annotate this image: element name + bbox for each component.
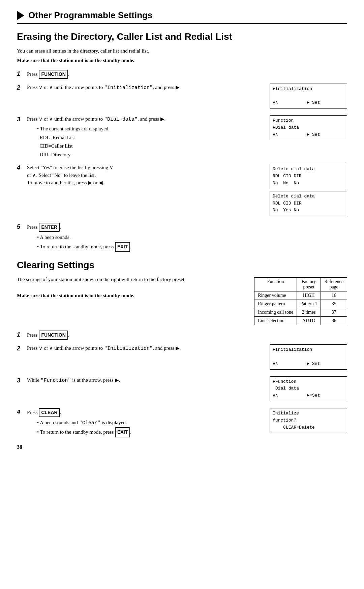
display-box-c2: ►Initialization V∧ ►=Set [270, 344, 347, 369]
clearing-step-3: 3 While "Function" is at the arrow, pres… [17, 376, 347, 403]
clearing-intro: The settings of your station unit shown … [17, 275, 347, 325]
table-cell: Pattern 1 [297, 300, 321, 308]
clearing-step-4-left: 4 Press CLEAR. • A beep sounds and "Clea… [17, 408, 263, 437]
step-2-display: ►Initialization V∧ ►=Set [270, 84, 347, 111]
step-3-content: Press ∨ or ∧ until the arrow points to "… [27, 115, 263, 159]
table-row: Ringer patternPattern 135 [254, 300, 347, 308]
col-function: Function [254, 278, 297, 291]
bullet-5-1: • A beep sounds. [37, 233, 347, 242]
clearing-step-num-4: 4 [17, 408, 25, 416]
clearing-section: Clearing Settings The settings of your s… [17, 259, 347, 438]
settings-table-body: Ringer volumeHIGH16Ringer patternPattern… [254, 291, 347, 325]
table-row: Line selectionAUTO36 [254, 317, 347, 325]
clearing-step-2-content: Press ∨ or ∧ until the arrow points to "… [27, 344, 263, 353]
exit-key-2: EXIT [115, 427, 130, 437]
clearing-title: Clearing Settings [17, 259, 347, 271]
clearing-step-3-content: While "Function" is at the arrow, press … [27, 376, 263, 385]
page-header: Other Programmable Settings [17, 10, 347, 21]
table-cell: HIGH [297, 291, 321, 300]
erasing-step-3: 3 Press ∨ or ∧ until the arrow points to… [17, 115, 347, 159]
clearing-bullet-4-1: • A beep sounds and "Clear" is displayed… [37, 418, 263, 428]
header-rule [17, 23, 347, 24]
clearing-step-3-display: ►Function Dial data V∧ ►=Set [270, 376, 347, 403]
clearing-step-num-2: 2 [17, 344, 25, 353]
clearing-step-4-bullets: • A beep sounds and "Clear" is displayed… [34, 418, 263, 437]
clearing-step-2-left: 2 Press ∨ or ∧ until the arrow points to… [17, 344, 263, 353]
table-cell: Incoming call tone [254, 308, 297, 317]
step-4-content: Select "Yes" to erase the list by pressi… [27, 164, 263, 187]
table-cell: 37 [321, 308, 347, 317]
step-4-left: 4 Select "Yes" to erase the list by pres… [17, 164, 263, 187]
step-num-1: 1 [17, 70, 25, 78]
table-row: Incoming call tone2 times37 [254, 308, 347, 317]
bullet-5-2: • To return to the standby mode, press E… [37, 242, 347, 252]
clearing-intro-text: The settings of your station unit shown … [17, 275, 247, 300]
step-3-bullets: • The current settings are displayed. RD… [34, 125, 263, 159]
table-cell: Line selection [254, 317, 297, 325]
clearing-step-4-display: Initialize function? CLEAR=Delete [270, 408, 347, 435]
table-cell: 36 [321, 317, 347, 325]
clearing-step-2: 2 Press ∨ or ∧ until the arrow points to… [17, 344, 347, 371]
step-3-display: Function ►Dial data V∧ ►=Set [270, 115, 347, 142]
display-box-2: ►Initialization V∧ ►=Set [270, 84, 347, 108]
step-3-left: 3 Press ∨ or ∧ until the arrow points to… [17, 115, 263, 159]
table-cell: 16 [321, 291, 347, 300]
clearing-step-1-content: Press FUNCTION. [27, 331, 347, 340]
erasing-intro: You can erase all entries in the directo… [17, 47, 347, 55]
display-box-c3: ►Function Dial data V∧ ►=Set [270, 376, 347, 401]
enter-key: ENTER [39, 223, 59, 232]
clearing-steps: 1 Press FUNCTION. 2 Press ∨ or ∧ until t… [17, 331, 347, 437]
table-cell: Ringer volume [254, 291, 297, 300]
col-reference: Referencepage [321, 278, 347, 291]
clear-key: CLEAR [39, 408, 60, 417]
function-key-2: FUNCTION [39, 331, 68, 340]
clearing-step-4-content: Press CLEAR. • A beep sounds and "Clear"… [27, 408, 263, 437]
table-row: Ringer volumeHIGH16 [254, 291, 347, 300]
erasing-step-1: 1 Press FUNCTION. [17, 70, 347, 79]
clearing-step-1: 1 Press FUNCTION. [17, 331, 347, 340]
settings-table: Function Factorypreset Referencepage Rin… [254, 277, 347, 325]
clearing-step-num-1: 1 [17, 331, 25, 339]
erasing-bold-note: Make sure that the station unit is in th… [17, 57, 347, 64]
display-box-c4: Initialize function? CLEAR=Delete [270, 408, 347, 433]
bullet-3-2: RDL=Redial List [37, 133, 263, 142]
step-2-left: 2 Press ∨ or ∧ until the arrow points to… [17, 84, 263, 92]
step-num-4: 4 [17, 164, 25, 172]
clearing-step-3-left: 3 While "Function" is at the arrow, pres… [17, 376, 263, 385]
erasing-section: Erasing the Directory, Caller List and R… [17, 31, 347, 252]
header-title: Other Programmable Settings [28, 10, 152, 21]
col-factory: Factorypreset [297, 278, 321, 291]
erasing-step-5: 5 Press ENTER. • A beep sounds. • To ret… [17, 223, 347, 252]
clearing-intro-body: The settings of your station unit shown … [17, 277, 186, 282]
clearing-bullet-4-2: • To return to the standby mode, press E… [37, 427, 263, 437]
table-cell: 35 [321, 300, 347, 308]
bullet-3-4: DIR=Directory [37, 151, 263, 159]
display-box-4b: Delete dial data RDL CID DIR No Yes No [270, 191, 347, 216]
display-box-4a: Delete dial data RDL CID DIR No No No [270, 164, 347, 189]
step-num-3: 3 [17, 115, 25, 124]
erasing-title: Erasing the Directory, Caller List and R… [17, 31, 347, 42]
clearing-step-4: 4 Press CLEAR. • A beep sounds and "Clea… [17, 408, 347, 437]
step-num-5: 5 [17, 223, 25, 231]
bullet-3-3: CID=Caller List [37, 142, 263, 151]
clearing-table-wrapper: Function Factorypreset Referencepage Rin… [254, 275, 347, 325]
erasing-step-4: 4 Select "Yes" to erase the list by pres… [17, 164, 347, 218]
erasing-steps: 1 Press FUNCTION. 2 Press ∨ or ∧ until t… [17, 70, 347, 252]
step-5-bullets: • A beep sounds. • To return to the stan… [34, 233, 347, 252]
step-1-content: Press FUNCTION. [27, 70, 347, 79]
step-2-content: Press ∨ or ∧ until the arrow points to "… [27, 84, 263, 92]
header-arrow-icon [17, 11, 24, 20]
step-num-2: 2 [17, 84, 25, 92]
clearing-step-num-3: 3 [17, 376, 25, 385]
clearing-step-2-display: ►Initialization V∧ ►=Set [270, 344, 347, 371]
exit-key-1: EXIT [115, 242, 130, 252]
table-cell: AUTO [297, 317, 321, 325]
step-5-content: Press ENTER. • A beep sounds. • To retur… [27, 223, 347, 252]
erasing-step-2: 2 Press ∨ or ∧ until the arrow points to… [17, 84, 347, 111]
table-cell: 2 times [297, 308, 321, 317]
display-box-3: Function ►Dial data V∧ ►=Set [270, 115, 347, 140]
table-header-row: Function Factorypreset Referencepage [254, 278, 347, 291]
clearing-bold-note: Make sure that the station unit is in th… [17, 293, 134, 298]
bullet-3-1: • The current settings are displayed. [37, 125, 263, 133]
page-number: 38 [17, 444, 347, 450]
